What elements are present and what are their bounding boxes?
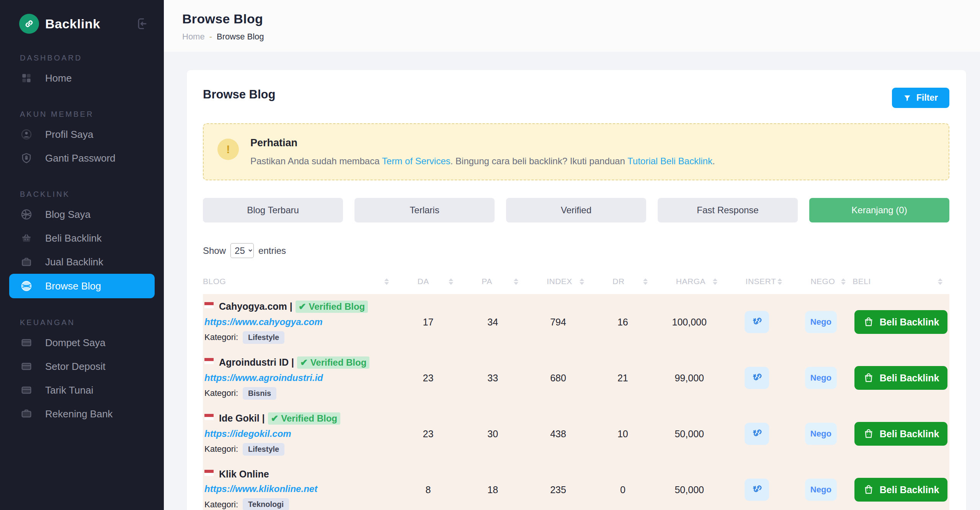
kategori-pill: Bisnis [243, 387, 276, 400]
beli-backlink-button[interactable]: Beli Backlink [854, 310, 948, 334]
beli-backlink-button[interactable]: Beli Backlink [854, 478, 948, 502]
verified-button[interactable]: Verified [506, 198, 646, 222]
sidebar-item-dompet-saya[interactable]: Dompet Saya [0, 331, 164, 355]
card-icon [20, 360, 33, 373]
verified-badge: ✔ Verified Blog [268, 412, 340, 425]
section-label-backlink: BACKLINK [0, 190, 164, 199]
shopping-bag-icon [863, 372, 874, 384]
brand-row: Backlink [0, 0, 164, 34]
sidebar-item-label: Home [45, 72, 72, 84]
globe-icon [20, 280, 33, 293]
harga-value: 100,000 [655, 317, 724, 328]
show-entries-prefix: Show [203, 245, 226, 256]
globe-icon [20, 208, 33, 221]
blog-table: BLOG DA PA INDEX DR HARGA INSERT NEGO BE… [203, 269, 949, 510]
broken-link-icon [751, 484, 763, 496]
sidebar-item-browse-blog[interactable]: Browse Blog [9, 274, 155, 298]
broken-link-icon [751, 428, 763, 440]
sidebar-item-jual-backlink[interactable]: Jual Backlink [0, 250, 164, 274]
kategori-label: Kategori: [204, 500, 238, 510]
beli-backlink-label: Beli Backlink [880, 373, 939, 384]
kategori-label: Kategori: [204, 388, 238, 398]
sort-icon [514, 278, 518, 285]
sidebar-item-blog-saya[interactable]: Blog Saya [0, 203, 164, 226]
keranjang-button[interactable]: Keranjang (0) [809, 198, 949, 222]
sidebar-item-profil-saya[interactable]: Profil Saya [0, 123, 164, 146]
user-icon [20, 128, 33, 141]
column-header-insert[interactable]: INSERT [724, 277, 789, 286]
card-icon [20, 384, 33, 397]
fast-response-button[interactable]: Fast Response [658, 198, 798, 222]
blog-url-link[interactable]: https://idegokil.com [204, 428, 291, 439]
beli-backlink-button[interactable]: Beli Backlink [854, 366, 948, 390]
sidebar-item-rekening-bank[interactable]: Rekening Bank [0, 402, 164, 426]
nego-button[interactable]: Nego [805, 479, 837, 501]
column-header-da[interactable]: DA [396, 277, 460, 286]
column-header-blog[interactable]: BLOG [203, 277, 396, 286]
blog-url-link[interactable]: https://www.klikonline.net [204, 484, 317, 494]
sidebar-item-home[interactable]: Home [0, 66, 164, 90]
brand-name: Backlink [45, 16, 133, 31]
shopping-bag-icon [863, 484, 874, 495]
nego-button[interactable]: Nego [805, 367, 837, 389]
alert-text: Pastikan Anda sudah membaca Term of Serv… [250, 156, 715, 167]
sidebar-item-beli-backlink[interactable]: Beli Backlink [0, 226, 164, 250]
tutorial-beli-backlink-link[interactable]: Tutorial Beli Backlink [627, 156, 712, 166]
index-value: 680 [525, 373, 591, 384]
show-entries: Show 25 entries [203, 243, 949, 258]
table-row: Klik Online https://www.klikonline.net K… [203, 462, 949, 510]
blog-url-link[interactable]: https://www.cahyogya.com [204, 317, 323, 327]
insert-link-button[interactable] [745, 367, 769, 389]
term-of-services-link[interactable]: Term of Services [382, 156, 451, 166]
sidebar-item-label: Jual Backlink [45, 256, 103, 268]
sidebar-item-label: Dompet Saya [45, 337, 106, 349]
terlaris-button[interactable]: Terlaris [354, 198, 495, 222]
sidebar-item-tarik-tunai[interactable]: Tarik Tunai [0, 378, 164, 402]
beli-backlink-button[interactable]: Beli Backlink [854, 422, 948, 446]
perhatian-alert: ! Perhatian Pastikan Anda sudah membaca … [203, 123, 949, 180]
nego-button[interactable]: Nego [805, 311, 837, 333]
sort-icon [580, 278, 584, 285]
sidebar-item-ganti-password[interactable]: Ganti Password [0, 146, 164, 170]
card-title: Browse Blog [203, 88, 275, 101]
column-header-dr[interactable]: DR [591, 277, 655, 286]
sidebar-collapse-icon[interactable] [133, 15, 150, 32]
filter-button[interactable]: Filter [892, 88, 949, 108]
funnel-icon [903, 94, 911, 102]
index-value: 794 [525, 317, 591, 328]
column-header-pa[interactable]: PA [460, 277, 525, 286]
column-header-harga[interactable]: HARGA [655, 277, 724, 286]
sidebar-item-setor-deposit[interactable]: Setor Deposit [0, 355, 164, 378]
alert-text-mid: . Bingung cara beli backlink? Ikuti pand… [451, 156, 628, 166]
card-icon [20, 336, 33, 349]
table-header: BLOG DA PA INDEX DR HARGA INSERT NEGO BE… [203, 269, 949, 294]
nego-button[interactable]: Nego [805, 423, 837, 445]
sort-icon [938, 278, 942, 285]
da-value: 17 [396, 317, 460, 328]
insert-link-button[interactable] [745, 479, 769, 501]
shopping-bag-icon [863, 428, 874, 440]
insert-link-button[interactable] [745, 423, 769, 445]
alert-text-before: Pastikan Anda sudah membaca [250, 156, 382, 166]
kategori-pill: Lifestyle [243, 331, 284, 344]
verified-badge: ✔ Verified Blog [297, 356, 369, 369]
pa-value: 34 [460, 317, 525, 328]
insert-link-button[interactable] [745, 311, 769, 333]
alert-title: Perhatian [250, 137, 715, 149]
broken-link-icon [751, 316, 763, 328]
breadcrumb-home[interactable]: Home [182, 32, 205, 42]
sidebar-item-label: Setor Deposit [45, 361, 106, 373]
blog-url-link[interactable]: https://www.agroindustri.id [204, 373, 323, 383]
indonesia-flag-icon [204, 414, 214, 420]
sidebar-item-label: Browse Blog [45, 280, 101, 292]
blog-terbaru-button[interactable]: Blog Terbaru [203, 198, 343, 222]
sort-icon [384, 278, 389, 285]
column-header-index[interactable]: INDEX [525, 277, 591, 286]
show-entries-suffix: entries [258, 245, 286, 256]
breadcrumb-separator: - [209, 32, 212, 42]
sort-icon [643, 278, 648, 285]
sort-icon [777, 278, 782, 285]
column-header-nego[interactable]: NEGO [789, 277, 853, 286]
column-header-beli[interactable]: BELI [853, 277, 949, 286]
entries-select[interactable]: 25 [230, 243, 254, 258]
